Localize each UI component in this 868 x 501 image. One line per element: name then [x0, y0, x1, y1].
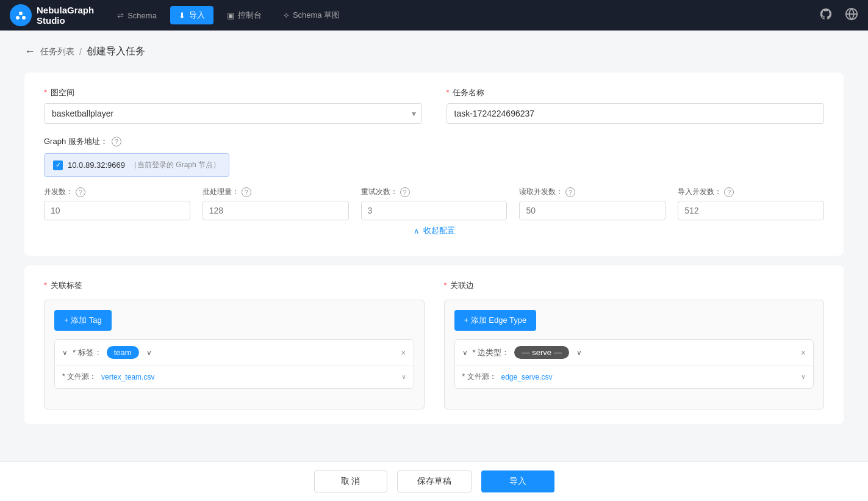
- retry-group: 重试次数： ?: [361, 187, 508, 220]
- action-bar: 取 消 保存草稿 导入: [0, 461, 868, 501]
- task-name-group: * 任务名称: [447, 87, 825, 124]
- read-concurrency-help-icon[interactable]: ?: [565, 187, 575, 197]
- concurrency-help-icon[interactable]: ?: [76, 187, 85, 197]
- concurrency-input[interactable]: [44, 201, 190, 220]
- tag-file-source-value[interactable]: vertex_team.csv: [101, 373, 396, 381]
- graph-address-help-icon[interactable]: ?: [112, 137, 121, 146]
- breadcrumb: ← 任务列表 / 创建导入任务: [24, 45, 844, 58]
- tag-expand-chevron[interactable]: ∨: [62, 348, 68, 357]
- chevron-up-icon: ∧: [414, 226, 420, 236]
- schema-draft-nav-icon: ⟡: [284, 10, 289, 20]
- back-button[interactable]: ←: [24, 45, 35, 58]
- tags-edges-section: * 关联标签 + 添加 Tag ∨ * 标签： team ∨ ×: [24, 265, 844, 424]
- import-concurrency-group: 导入并发数： ?: [678, 187, 824, 220]
- task-name-input[interactable]: [447, 103, 825, 124]
- console-nav-icon: ▣: [227, 11, 234, 20]
- import-nav-icon: ⬇: [179, 11, 185, 20]
- retry-help-icon[interactable]: ?: [400, 187, 410, 197]
- edge-file-source-value[interactable]: edge_serve.csv: [501, 373, 796, 381]
- nav-console[interactable]: ▣ 控制台: [218, 6, 270, 24]
- edge-expand-icon[interactable]: ∨: [576, 348, 582, 357]
- form-row-1: * 图空间 basketballplayer ▾ * 任务名称: [44, 87, 824, 124]
- add-tag-button[interactable]: + 添加 Tag: [54, 310, 112, 331]
- add-edge-type-button[interactable]: + 添加 Edge Type: [454, 310, 537, 331]
- edge-item-row: ∨ * 边类型： — serve — ∨ × * 文件源：: [454, 339, 814, 389]
- checkbox-checked-icon: ✓: [53, 160, 63, 170]
- import-button[interactable]: 导入: [481, 470, 554, 492]
- edge-dash-right: —: [554, 348, 562, 357]
- space-label: * 图空间: [44, 87, 422, 98]
- topnav: NebulaGraphStudio ⇌ Schema ⬇ 导入 ▣ 控制台 ⟡ …: [0, 0, 868, 31]
- tags-panel: + 添加 Tag ∨ * 标签： team ∨ × * 文件源： vertex_…: [44, 300, 425, 409]
- cancel-button[interactable]: 取 消: [314, 470, 387, 492]
- edge-row-header: ∨ * 边类型： — serve — ∨ ×: [455, 340, 814, 366]
- edge-type-label: * 边类型：: [473, 347, 510, 358]
- read-concurrency-label: 读取并发数： ?: [519, 187, 665, 197]
- edges-title: * 关联边: [444, 280, 825, 291]
- tag-close-button[interactable]: ×: [401, 348, 406, 358]
- edge-file-source-label: * 文件源：: [462, 372, 497, 382]
- edge-file-source-row: * 文件源： edge_serve.csv ∨: [455, 366, 814, 388]
- logo: NebulaGraphStudio: [10, 4, 94, 26]
- task-name-label: * 任务名称: [447, 87, 825, 98]
- batch-label: 批处理量： ?: [203, 187, 349, 197]
- breadcrumb-current: 创建导入任务: [87, 45, 145, 58]
- edge-type-badge[interactable]: — serve —: [514, 346, 569, 359]
- tag-expand-icon[interactable]: ∨: [146, 348, 152, 357]
- edge-expand-chevron[interactable]: ∨: [462, 348, 468, 357]
- edges-col: * 关联边 + 添加 Edge Type ∨ * 边类型： — serve —: [444, 280, 825, 409]
- schema-nav-icon: ⇌: [117, 11, 124, 20]
- edge-file-source-arrow: ∨: [801, 373, 806, 381]
- nav-schema-draft[interactable]: ⟡ Schema 草图: [275, 6, 348, 24]
- tag-file-source-arrow: ∨: [401, 373, 406, 381]
- batch-input[interactable]: [203, 201, 349, 220]
- globe-icon[interactable]: [845, 7, 858, 24]
- tag-item-row: ∨ * 标签： team ∨ × * 文件源： vertex_team.csv …: [54, 339, 414, 389]
- tag-row-header: ∨ * 标签： team ∨ ×: [55, 340, 414, 366]
- logo-text: NebulaGraphStudio: [37, 5, 94, 26]
- save-draft-button[interactable]: 保存草稿: [397, 470, 472, 492]
- concurrency-fields-row: 并发数： ? 批处理量： ? 重试次数： ?: [44, 187, 824, 220]
- breadcrumb-list-link[interactable]: 任务列表: [40, 46, 74, 57]
- import-concurrency-input[interactable]: [678, 201, 824, 220]
- space-group: * 图空间 basketballplayer ▾: [44, 87, 422, 124]
- concurrency-label: 并发数： ?: [44, 187, 190, 197]
- import-concurrency-help-icon[interactable]: ?: [724, 187, 734, 197]
- nav-import[interactable]: ⬇ 导入: [170, 6, 213, 24]
- edge-dash-left: —: [522, 348, 529, 357]
- tag-file-source-row: * 文件源： vertex_team.csv ∨: [55, 366, 414, 388]
- edges-panel: + 添加 Edge Type ∨ * 边类型： — serve — ∨ ×: [444, 300, 825, 409]
- space-select-wrapper: basketballplayer ▾: [44, 103, 422, 124]
- batch-group: 批处理量： ?: [203, 187, 349, 220]
- github-icon[interactable]: [819, 7, 833, 24]
- tag-badge[interactable]: team: [107, 346, 139, 359]
- svg-point-3: [22, 16, 26, 20]
- read-concurrency-group: 读取并发数： ?: [519, 187, 665, 220]
- two-col-layout: * 关联标签 + 添加 Tag ∨ * 标签： team ∨ ×: [44, 280, 824, 409]
- page-content: ← 任务列表 / 创建导入任务 * 图空间 basketballplayer ▾: [0, 31, 868, 501]
- graph-node-checkbox[interactable]: ✓ 10.0.89.32:9669 （当前登录的 Graph 节点）: [44, 153, 229, 177]
- retry-input[interactable]: [361, 201, 508, 220]
- tag-file-source-label: * 文件源：: [62, 372, 96, 382]
- graph-node-address: 10.0.89.32:9669: [68, 160, 125, 170]
- tags-title: * 关联标签: [44, 280, 425, 291]
- tags-col: * 关联标签 + 添加 Tag ∨ * 标签： team ∨ ×: [44, 280, 425, 409]
- logo-icon: [10, 4, 32, 26]
- svg-point-2: [16, 16, 20, 20]
- retry-label: 重试次数： ?: [361, 187, 508, 197]
- breadcrumb-separator: /: [79, 47, 82, 57]
- tag-label: * 标签：: [73, 347, 102, 358]
- import-concurrency-label: 导入并发数： ?: [678, 187, 824, 197]
- form-section-top: * 图空间 basketballplayer ▾ * 任务名称: [24, 73, 844, 256]
- svg-point-1: [19, 12, 23, 15]
- batch-help-icon[interactable]: ?: [242, 187, 251, 197]
- graph-address-section: Graph 服务地址： ? ✓ 10.0.89.32:9669 （当前登录的 G…: [44, 136, 824, 177]
- nav-schema[interactable]: ⇌ Schema: [109, 7, 165, 24]
- concurrency-group: 并发数： ?: [44, 187, 190, 220]
- read-concurrency-input[interactable]: [519, 201, 665, 220]
- graph-address-label: Graph 服务地址： ?: [44, 136, 824, 147]
- edge-close-button[interactable]: ×: [801, 348, 806, 358]
- graph-node-sub: （当前登录的 Graph 节点）: [130, 160, 220, 170]
- collapse-config-link[interactable]: ∧ 收起配置: [44, 220, 824, 241]
- space-select[interactable]: basketballplayer: [44, 103, 422, 124]
